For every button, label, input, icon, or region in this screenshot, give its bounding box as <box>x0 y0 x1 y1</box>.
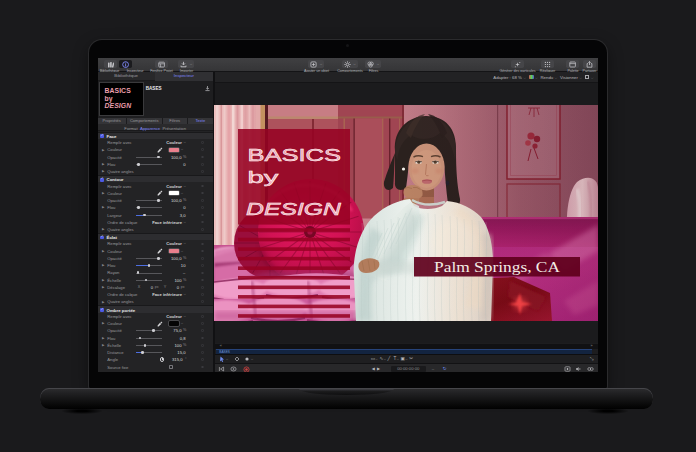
svg-text:DESIGN: DESIGN <box>246 201 342 218</box>
svg-text:BASICS: BASICS <box>248 146 342 163</box>
svg-text:by: by <box>248 168 279 185</box>
svg-text:Palm Springs, CA: Palm Springs, CA <box>434 259 561 275</box>
